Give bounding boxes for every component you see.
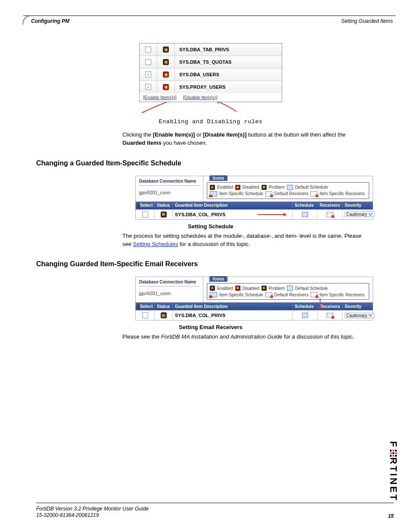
- chevron-down-icon: [368, 313, 373, 317]
- status-enabled-icon: [163, 59, 169, 65]
- svg-marker-5: [318, 307, 322, 310]
- header-right: Setting Guarded Items: [341, 18, 393, 24]
- status-disabled-icon: [163, 72, 169, 78]
- header-left: Configuring PM: [31, 18, 69, 24]
- item-schedule-icon: [210, 191, 217, 196]
- status-disabled-icon: [163, 84, 169, 90]
- status-enabled-icon: [161, 212, 167, 218]
- page-number: 15: [388, 513, 394, 519]
- fortinet-logo-mark: [390, 450, 397, 457]
- receivers-icon[interactable]: [327, 212, 333, 217]
- db-connection-value: jgor9201_conn: [139, 190, 199, 195]
- select-all-checkbox[interactable]: [138, 203, 139, 208]
- receivers-icon[interactable]: [327, 313, 333, 318]
- table-row: ✓ SYS.DBA_USERS: [140, 68, 282, 81]
- item-receivers-icon: [311, 191, 318, 196]
- disabled-icon: [235, 185, 240, 190]
- default-receivers-icon: [265, 292, 272, 297]
- callout-arrow-icon: [316, 298, 324, 311]
- row-checkbox[interactable]: ✓: [145, 84, 151, 90]
- svg-marker-0: [168, 102, 171, 103]
- footer-doc-id: 15-32000-81364-20081219: [36, 512, 99, 518]
- db-connection-label: Database Connection Name: [139, 280, 199, 286]
- row-checkbox[interactable]: [145, 59, 151, 65]
- grid-row: SYS.DBA_COL_PRIVS Cautionary: [136, 310, 373, 320]
- row-checkbox[interactable]: [142, 212, 148, 218]
- default-schedule-icon: [287, 286, 293, 291]
- items-table: SYS.DBA_TAB_PRIVS SYS.DBA_TS_QUOTAS ✓ SY…: [139, 43, 282, 102]
- table-row: ✓ SYS.PROXY_USERS: [140, 81, 282, 93]
- section-heading: Changing a Guarded Item-Specific Schedul…: [36, 159, 385, 167]
- footer-title: FortiDB Version 3.2 Privilege Monitor Us…: [36, 506, 149, 512]
- icons-legend-title: Icons: [209, 276, 227, 282]
- item-desc: SYS.DBA_TAB_PRIVS: [175, 47, 282, 52]
- page-footer: FortiDB Version 3.2 Privilege Monitor Us…: [36, 503, 394, 519]
- enabled-icon: [210, 286, 215, 291]
- enable-items-link[interactable]: [Enable Item(s)]: [143, 95, 177, 100]
- problem-icon: [262, 286, 267, 291]
- status-enabled-icon: [161, 312, 167, 318]
- page-content: SYS.DBA_TAB_PRIVS SYS.DBA_TS_QUOTAS ✓ SY…: [36, 43, 385, 345]
- status-enabled-icon: [163, 47, 169, 53]
- row-checkbox[interactable]: ✓: [145, 72, 151, 78]
- item-schedule-icon: [210, 292, 217, 297]
- callout-arrows: [140, 102, 282, 115]
- receivers-panel: Database Connection Name jgor9201_conn I…: [135, 277, 373, 320]
- problem-icon: [262, 185, 267, 190]
- default-schedule-icon: [287, 185, 293, 190]
- disable-items-link[interactable]: [Disable Item(s)]: [183, 95, 218, 100]
- row-checkbox[interactable]: [142, 312, 148, 318]
- grid-header: Select Status Guarded Item Description S…: [136, 302, 373, 310]
- db-connection-label: Database Connection Name: [139, 179, 199, 186]
- db-connection-value: jgor9201_conn: [139, 291, 199, 296]
- disabled-icon: [235, 286, 240, 291]
- body-paragraph: Clicking the [Enable Item(s)] or [Disabl…: [122, 131, 364, 147]
- svg-marker-3: [283, 213, 287, 216]
- table-action-links: [Enable Item(s)] [Disable Item(s)]: [140, 93, 282, 102]
- severity-dropdown[interactable]: Cautionary: [345, 212, 374, 217]
- figure-caption: Setting Email Receivers: [36, 324, 385, 330]
- fortinet-logo: F RTINET: [388, 441, 399, 502]
- item-desc: SYS.DBA_USERS: [175, 72, 282, 77]
- body-paragraph: Please see the FortiDB MA Installation a…: [122, 333, 364, 341]
- table-row: SYS.DBA_TAB_PRIVS: [140, 44, 282, 56]
- default-receivers-icon: [265, 191, 272, 196]
- schedule-icon[interactable]: [302, 313, 308, 318]
- enabled-icon: [210, 185, 215, 190]
- figure-caption: Enabling and Disabling rules: [36, 118, 385, 125]
- figure-caption: Setting Schedule: [36, 223, 385, 230]
- item-desc: SYS.PROXY_USERS: [175, 84, 282, 90]
- item-receivers-icon: [311, 292, 318, 297]
- chevron-down-icon: [368, 212, 373, 217]
- schedule-panel: Database Connection Name jgor9201_conn I…: [135, 176, 373, 220]
- row-checkbox[interactable]: [145, 47, 151, 53]
- guarded-item-desc: SYS.DBA_COL_PRIVS: [175, 212, 225, 217]
- severity-dropdown[interactable]: Cautionary: [345, 313, 374, 318]
- schedule-icon[interactable]: [302, 212, 308, 217]
- grid-header: Select Status Guarded Item Description S…: [136, 202, 373, 209]
- guarded-item-desc: SYS.DBA_COL_PRIVS: [175, 313, 225, 318]
- callout-arrow-icon: [258, 212, 288, 218]
- grid-row: SYS.DBA_COL_PRIVS Cautionary: [136, 209, 373, 219]
- item-desc: SYS.DBA_TS_QUOTAS: [175, 59, 282, 65]
- table-row: SYS.DBA_TS_QUOTAS: [140, 56, 282, 68]
- setting-schedules-link[interactable]: Setting Schedules: [133, 241, 178, 247]
- body-paragraph: The process for setting schedules at the…: [122, 232, 364, 249]
- select-all-checkbox[interactable]: [138, 304, 139, 309]
- icons-legend-title: Icons: [209, 175, 227, 181]
- section-heading: Changing Guarded Item-Specific Email Rec…: [36, 260, 385, 268]
